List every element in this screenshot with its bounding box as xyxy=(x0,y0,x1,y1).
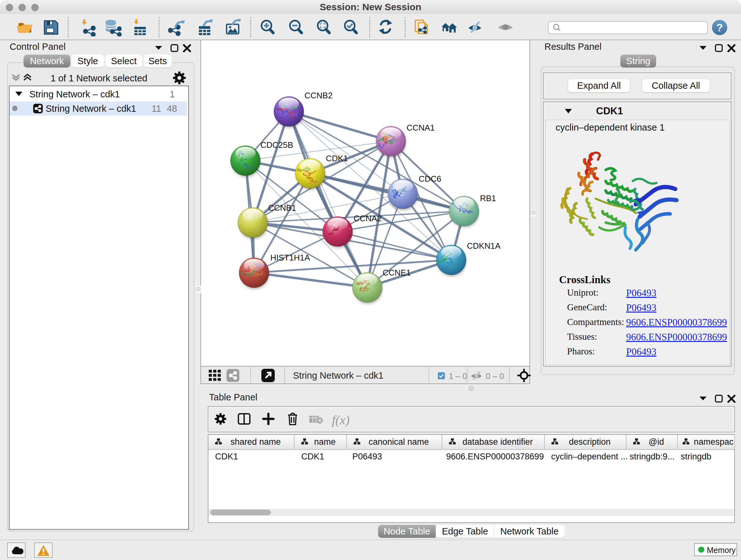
svg-text:CCNE1: CCNE1 xyxy=(383,268,411,277)
svg-text:CCNB1: CCNB1 xyxy=(268,203,296,212)
svg-text:CDC25B: CDC25B xyxy=(260,140,293,150)
svg-text:CDK1: CDK1 xyxy=(326,153,348,163)
svg-text:CCNA2: CCNA2 xyxy=(354,213,382,223)
svg-text:RB1: RB1 xyxy=(480,193,496,203)
svg-text:HIST1H1A: HIST1H1A xyxy=(270,253,310,262)
svg-text:CCNB2: CCNB2 xyxy=(305,91,333,100)
svg-text:CCNA1: CCNA1 xyxy=(407,123,434,132)
svg-text:CDKN1A: CDKN1A xyxy=(467,241,501,251)
svg-text:CDC6: CDC6 xyxy=(419,174,441,184)
